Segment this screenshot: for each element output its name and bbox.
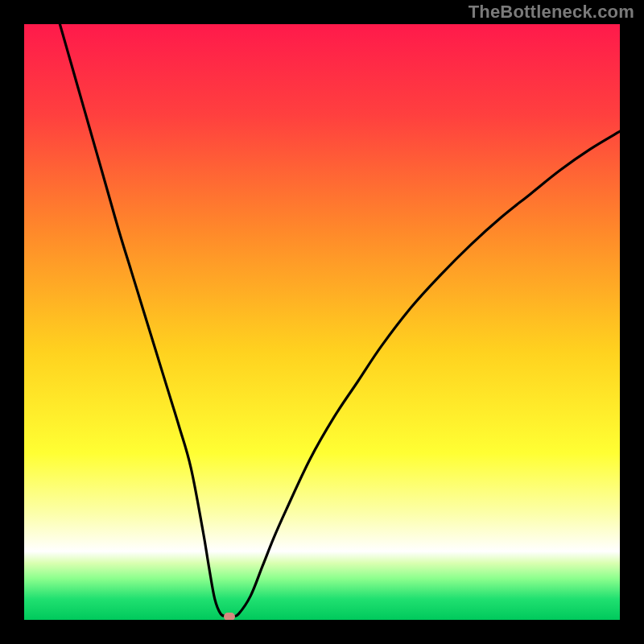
optimal-point-marker [224,613,235,620]
watermark-text: TheBottleneck.com [469,2,634,23]
plot-area [24,24,620,620]
chart-svg [24,24,620,620]
chart-frame: TheBottleneck.com [0,0,644,644]
gradient-background [24,24,620,620]
